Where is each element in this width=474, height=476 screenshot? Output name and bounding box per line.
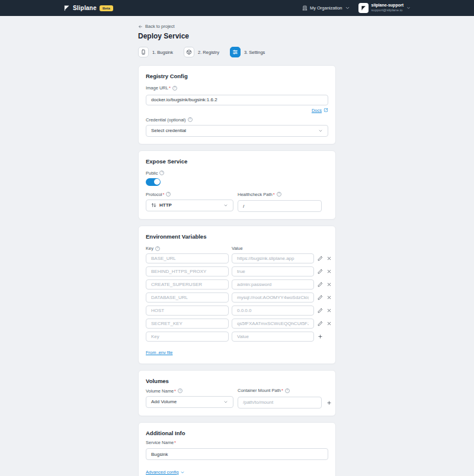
env-row [146,253,328,263]
delete-icon[interactable] [326,282,332,288]
back-to-project-link[interactable]: Back to project [138,24,336,29]
external-link-icon [324,108,328,112]
help-icon[interactable] [178,388,182,393]
delete-icon[interactable] [326,256,332,262]
arrows-sort-icon [151,202,156,208]
delete-icon[interactable] [326,269,332,275]
env-value-input[interactable] [232,266,314,276]
advanced-config-link[interactable]: Advanced config [146,469,185,475]
env-key-input[interactable] [146,319,229,329]
step-label: 1. Bugsink [152,50,173,55]
env-key-input[interactable] [146,266,229,276]
main-content: Back to project Deploy Service 1. Bugsin… [138,16,336,476]
add-volume-icon[interactable] [326,400,332,406]
env-row [146,292,328,303]
env-file-link[interactable]: From .env file [146,350,172,355]
docs-link[interactable]: Docs [312,108,328,113]
help-icon[interactable] [277,192,281,197]
package-icon [184,47,194,57]
healthcheck-path-label: Healthcheck Path [238,192,275,197]
card-title: Expose Service [146,158,328,165]
account-email: support@sliplane.io [371,8,403,13]
edit-icon[interactable] [317,282,323,288]
volumes-card: Volumes Volume Name Add Volume Container… [138,370,336,416]
account-menu[interactable]: sliplane-support support@sliplane.io [358,3,411,13]
edit-icon[interactable] [317,256,323,262]
add-env-var-icon[interactable] [317,334,323,340]
help-icon[interactable] [166,192,171,197]
chevron-down-icon [345,5,350,11]
help-icon[interactable] [155,246,160,251]
public-label: Public [146,171,158,176]
protocol-select-value: HTTP [159,202,172,208]
help-icon[interactable] [188,117,193,122]
service-name-input[interactable] [146,448,328,460]
help-icon[interactable] [159,171,164,175]
bugsink-app-icon [138,47,149,57]
help-icon[interactable] [172,86,177,91]
env-key-input[interactable] [146,253,229,263]
help-icon[interactable] [285,388,290,393]
edit-icon[interactable] [317,269,323,275]
credential-select-value: Select credential [151,128,186,133]
credential-select[interactable]: Select credential [146,125,328,137]
env-row [146,319,328,329]
image-url-label: Image URL [146,85,171,91]
sliplane-logo-icon [63,5,70,11]
volume-name-select[interactable]: Add Volume [146,396,233,408]
top-navbar: Sliplane Beta My Organization sliplane-s… [0,0,474,16]
page-title: Deploy Service [138,32,336,40]
chevron-down-icon [180,470,185,475]
env-value-input[interactable] [232,279,314,290]
step-bugsink[interactable]: 1. Bugsink [138,47,173,57]
card-title: Volumes [146,378,328,384]
protocol-select[interactable]: HTTP [146,200,233,211]
env-value-header: Value [232,246,243,251]
env-value-input[interactable] [232,253,314,263]
edit-icon[interactable] [317,321,323,327]
public-toggle[interactable] [146,178,161,186]
healthcheck-path-input[interactable] [238,200,322,212]
step-label: 2. Registry [198,50,219,55]
env-key-input[interactable] [146,305,229,316]
beta-badge: Beta [100,5,113,11]
env-row [146,305,328,316]
sliders-icon [230,47,241,57]
env-new-key-input[interactable] [146,332,229,342]
env-new-value-input[interactable] [232,332,314,342]
expose-service-card: Expose Service Public Protocol HTTP [138,150,336,220]
card-title: Registry Config [146,73,328,79]
back-link-label: Back to project [145,24,175,29]
env-row [146,266,328,276]
env-key-input[interactable] [146,292,229,303]
delete-icon[interactable] [326,295,332,301]
edit-icon[interactable] [317,308,323,314]
arrow-left-icon [138,24,143,29]
env-file-link-label: From .env file [146,350,172,355]
credential-label: Credential (optional) [146,117,186,123]
mount-path-label: Container Mount Path [238,388,283,393]
env-value-input[interactable] [232,319,314,329]
brand[interactable]: Sliplane Beta [63,5,113,11]
env-value-input[interactable] [232,292,314,303]
step-settings[interactable]: 3. Settings [230,47,265,57]
edit-icon[interactable] [317,295,323,301]
account-name: sliplane-support [371,3,403,8]
image-url-input[interactable] [146,95,328,105]
delete-icon[interactable] [326,308,332,314]
chevron-down-icon [406,6,411,10]
advanced-config-label: Advanced config [146,469,178,475]
chevron-down-icon [223,203,228,208]
card-title: Environment Variables [146,233,328,240]
env-key-input[interactable] [146,279,229,290]
registry-config-card: Registry Config Image URL Docs Credentia… [138,65,336,144]
organization-label: My Organization [310,5,342,11]
organization-menu[interactable]: My Organization [302,5,350,11]
env-value-input[interactable] [232,305,314,316]
volume-name-select-value: Add Volume [151,399,177,404]
mount-path-input[interactable] [238,397,322,409]
service-name-label: Service Name [146,440,176,445]
building-icon [302,5,308,11]
delete-icon[interactable] [326,321,332,327]
step-registry[interactable]: 2. Registry [184,47,219,57]
